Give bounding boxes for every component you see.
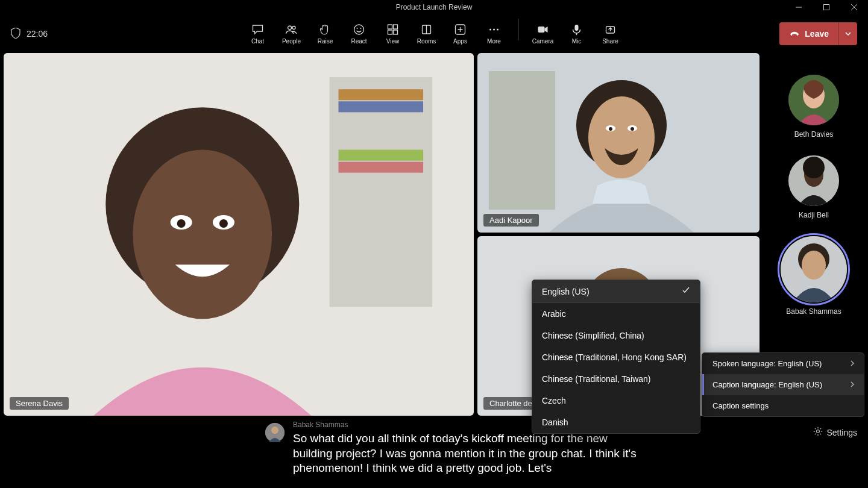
- grid-icon: [387, 23, 399, 36]
- svg-rect-9: [388, 25, 392, 29]
- mic-button[interactable]: Mic: [562, 19, 591, 49]
- window-controls: [785, 0, 868, 14]
- plus-box-icon: [454, 23, 467, 36]
- language-option-selected[interactable]: English (US): [532, 280, 700, 303]
- rooms-button[interactable]: Rooms: [412, 19, 441, 49]
- leave-options-button[interactable]: [838, 22, 857, 45]
- caption-language-row[interactable]: Caption language: English (US): [702, 374, 864, 395]
- language-option[interactable]: Chinese (Traditional, Hong Kong SAR): [532, 346, 700, 368]
- hand-icon: [319, 23, 332, 36]
- participant-item[interactable]: Babak Shammas: [781, 236, 847, 316]
- apps-button[interactable]: Apps: [446, 19, 475, 49]
- close-button[interactable]: [840, 0, 868, 14]
- svg-rect-22: [575, 25, 579, 31]
- svg-rect-12: [394, 30, 398, 34]
- svg-point-39: [588, 96, 655, 178]
- share-icon: [605, 23, 617, 36]
- participant-name: Babak Shammas: [786, 307, 841, 316]
- chat-button[interactable]: Chat: [244, 19, 272, 49]
- participant-item[interactable]: Kadji Bell: [788, 155, 839, 219]
- react-button[interactable]: React: [345, 19, 374, 49]
- video-tile-main[interactable]: Serena Davis: [4, 53, 474, 416]
- participant-name: Kadji Bell: [799, 211, 829, 219]
- svg-rect-29: [339, 162, 423, 173]
- minimize-button[interactable]: [785, 0, 813, 14]
- caption-settings-button[interactable]: Settings: [813, 427, 857, 438]
- svg-point-43: [631, 127, 634, 131]
- video-tile-top-right[interactable]: Aadi Kapoor: [477, 53, 760, 233]
- language-option[interactable]: Chinese (Simplified, China): [532, 325, 700, 346]
- svg-point-7: [357, 28, 358, 29]
- people-icon: [286, 23, 298, 36]
- svg-point-31: [133, 150, 272, 319]
- svg-rect-21: [538, 27, 545, 33]
- caption-speaker-avatar: [265, 423, 285, 442]
- view-button[interactable]: View: [379, 19, 407, 49]
- spoken-language-row[interactable]: Spoken language: English (US): [702, 353, 864, 374]
- svg-point-5: [292, 26, 295, 29]
- raise-button[interactable]: Raise: [311, 19, 340, 49]
- ellipsis-icon: [488, 23, 500, 36]
- maximize-button[interactable]: [813, 0, 840, 14]
- camera-button[interactable]: Camera: [529, 19, 558, 49]
- language-submenu: English (US) ArabicChinese (Simplified, …: [532, 280, 700, 434]
- mic-icon: [571, 23, 583, 36]
- participant-name: Beth Davies: [794, 130, 834, 139]
- share-button[interactable]: Share: [596, 19, 625, 49]
- caption-settings-row[interactable]: Caption settings: [702, 395, 864, 416]
- tile-name-tag: Serena Davis: [10, 397, 69, 410]
- chat-icon: [252, 23, 264, 36]
- rooms-icon: [421, 23, 433, 36]
- toolbar-divider: [518, 19, 519, 40]
- svg-rect-37: [489, 71, 555, 210]
- people-button[interactable]: People: [277, 19, 306, 49]
- toolbar-right: Leave: [779, 22, 857, 45]
- svg-point-6: [354, 25, 364, 34]
- shield-icon: [11, 28, 20, 40]
- meeting-toolbar: 22:06 Chat People Raise React View Rooms: [0, 14, 868, 53]
- timer-area: 22:06: [11, 28, 48, 40]
- svg-point-42: [609, 127, 612, 131]
- language-option[interactable]: Danish: [532, 411, 700, 433]
- chevron-right-icon: [849, 359, 855, 368]
- svg-rect-27: [339, 101, 423, 112]
- svg-rect-28: [339, 150, 423, 161]
- tile-name-tag: Aadi Kapoor: [483, 214, 539, 227]
- avatar: [788, 155, 839, 206]
- hangup-icon: [789, 28, 800, 40]
- caption-settings-menu: Spoken language: English (US) Caption la…: [702, 352, 864, 417]
- leave-button[interactable]: Leave: [779, 23, 838, 45]
- svg-rect-26: [339, 89, 423, 100]
- svg-point-20: [497, 28, 498, 30]
- svg-rect-1: [824, 5, 829, 10]
- caption-text: So what did you all think of today's kic…: [293, 431, 639, 476]
- chevron-right-icon: [849, 380, 855, 389]
- svg-point-8: [360, 28, 362, 29]
- gear-icon: [813, 427, 823, 438]
- toolbar-center: Chat People Raise React View Rooms Apps: [244, 19, 625, 49]
- avatar-speaking: [781, 236, 847, 302]
- smile-icon: [353, 23, 365, 36]
- participant-item[interactable]: Beth Davies: [788, 75, 839, 139]
- camera-icon: [537, 23, 549, 36]
- svg-point-4: [288, 26, 292, 30]
- call-timer: 22:06: [27, 29, 48, 39]
- svg-point-35: [219, 219, 228, 228]
- meeting-title: Product Launch Review: [396, 3, 473, 11]
- svg-point-57: [802, 251, 826, 280]
- language-option[interactable]: Czech: [532, 390, 700, 411]
- language-option[interactable]: Arabic: [532, 303, 700, 325]
- language-option[interactable]: Chinese (Traditional, Taiwan): [532, 368, 700, 390]
- svg-rect-11: [388, 30, 392, 34]
- caption-bar: Babak Shammas So what did you all think …: [0, 416, 868, 488]
- svg-rect-10: [394, 25, 398, 29]
- check-icon: [682, 286, 690, 296]
- svg-point-18: [489, 28, 491, 30]
- more-button[interactable]: More: [480, 19, 509, 49]
- leave-button-group: Leave: [779, 22, 857, 45]
- avatar: [788, 75, 839, 125]
- svg-point-59: [271, 427, 278, 434]
- svg-point-19: [493, 28, 495, 30]
- svg-point-34: [177, 219, 186, 228]
- title-bar: Product Launch Review: [0, 0, 868, 14]
